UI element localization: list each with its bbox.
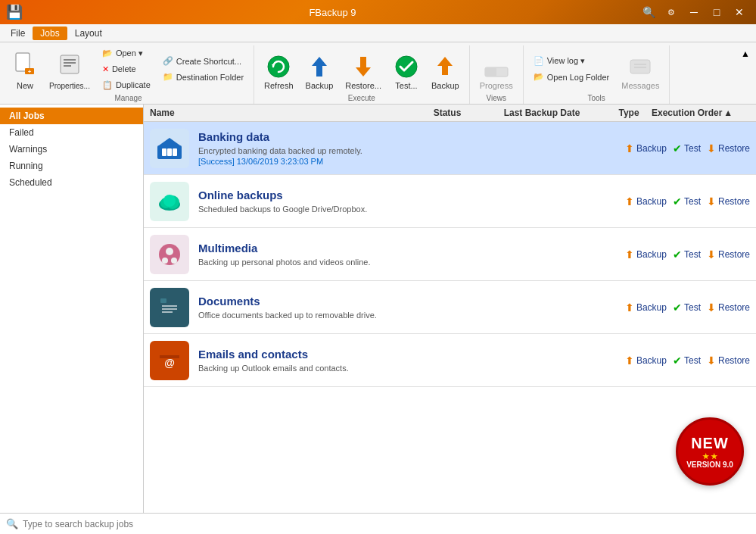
job-info-emails: Emails and contacts Backing up Outlook e…: [198, 348, 619, 373]
menu-jobs[interactable]: Jobs: [33, 27, 67, 40]
view-log-button[interactable]: 📄View log ▾: [528, 54, 615, 69]
duplicate-button[interactable]: 📋Duplicate: [97, 77, 156, 92]
job-row-online-backups[interactable]: Online backups Scheduled backups to Goog…: [144, 175, 756, 228]
tools-label: Tools: [587, 94, 605, 102]
new-badge-version: VERSION 9.0: [686, 461, 733, 469]
job-row-multimedia[interactable]: Multimedia Backing up personal photos an…: [144, 228, 756, 281]
menu-layout[interactable]: Layout: [67, 27, 110, 40]
open-button[interactable]: 📂Open ▾: [97, 45, 156, 61]
tools-small-buttons: 📄View log ▾ 📂Open Log Folder: [528, 45, 615, 92]
job-icon-multimedia: [150, 235, 189, 274]
maximize-window-button[interactable]: □: [706, 4, 727, 20]
job-actions-online: ⬆ Backup ✔ Test ⬇ Restore: [625, 195, 750, 208]
sidebar-item-running[interactable]: Running: [0, 158, 143, 174]
col-exec-header: Execution Order ▲: [652, 108, 750, 118]
manage-small-buttons2: 🔗Create Shortcut... 📁Destination Folder: [157, 45, 249, 92]
views-label: Views: [486, 94, 506, 102]
svg-point-33: [171, 258, 177, 264]
job-actions-multimedia: ⬆ Backup ✔ Test ⬇ Restore: [625, 248, 750, 261]
backup-arrow-icon: ⬆: [625, 142, 634, 155]
sidebar-item-failed[interactable]: Failed: [0, 124, 143, 141]
new-badge-stars: ★ ★: [702, 452, 718, 461]
restore-button[interactable]: Restore...: [340, 45, 387, 92]
create-shortcut-button[interactable]: 🔗Create Shortcut...: [157, 54, 249, 69]
sidebar-item-warnings[interactable]: Warnings: [0, 141, 143, 158]
job-icon-banking: [150, 129, 189, 168]
close-window-button[interactable]: ✕: [729, 4, 750, 20]
job-title-documents: Documents: [198, 295, 619, 308]
test-action-online[interactable]: ✔ Test: [673, 195, 701, 208]
content-area: Name Status Last Backup Date Type Execut…: [144, 105, 756, 513]
svg-text:@: @: [164, 357, 175, 369]
backup-action-online[interactable]: ⬆ Backup: [625, 195, 667, 208]
destination-folder-button[interactable]: 📁Destination Folder: [157, 70, 249, 85]
ribbon: + New Properties...: [0, 42, 756, 105]
search-input[interactable]: [23, 519, 750, 529]
new-badge-text: NEW: [691, 435, 729, 452]
tools-buttons: 📄View log ▾ 📂Open Log Folder Mes: [528, 45, 665, 92]
job-icon-documents: [150, 288, 189, 327]
ribbon-group-execute: Refresh Backup: [254, 45, 470, 104]
app-icon: 💾: [6, 4, 23, 20]
backup2-button[interactable]: Backup: [426, 45, 465, 92]
test-action-documents[interactable]: ✔ Test: [673, 301, 701, 314]
properties-button[interactable]: Properties...: [44, 45, 95, 92]
restore-action-banking[interactable]: ⬇ Restore: [707, 142, 750, 155]
backup-action-banking[interactable]: ⬆ Backup: [625, 142, 667, 155]
minimize-button[interactable]: 🔍: [638, 4, 659, 20]
svg-rect-25: [173, 148, 177, 156]
backup-action-multimedia[interactable]: ⬆ Backup: [625, 248, 667, 261]
job-info-banking: Banking data Encrypted banking data back…: [198, 130, 619, 166]
open-log-folder-button[interactable]: 📂Open Log Folder: [528, 70, 615, 85]
test-action-banking[interactable]: ✔ Test: [673, 142, 701, 155]
job-info-documents: Documents Office documents backed up to …: [198, 295, 619, 320]
settings-button[interactable]: ⚙: [661, 4, 682, 20]
restore-action-documents[interactable]: ⬇ Restore: [707, 301, 750, 314]
sidebar: All Jobs Failed Warnings Running Schedul…: [0, 105, 144, 513]
job-actions-banking: ⬆ Backup ✔ Test ⬇ Restore: [625, 142, 750, 155]
execute-buttons: Refresh Backup: [259, 45, 465, 92]
progress-button[interactable]: Progress: [474, 45, 518, 92]
backup-action-emails[interactable]: ⬆ Backup: [625, 354, 667, 367]
menu-file[interactable]: File: [3, 27, 33, 40]
test-button[interactable]: Test...: [388, 45, 425, 92]
new-button[interactable]: + New: [8, 45, 42, 92]
job-row-emails[interactable]: @ Emails and contacts Backing up Outlook…: [144, 334, 756, 387]
job-row-documents[interactable]: Documents Office documents backed up to …: [144, 281, 756, 334]
sort-icon: ▲: [723, 108, 733, 118]
title-bar-title: FBackup 9: [27, 7, 638, 18]
restore-action-multimedia[interactable]: ⬇ Restore: [707, 248, 750, 261]
refresh-button[interactable]: Refresh: [259, 45, 299, 92]
ribbon-collapse[interactable]: ▲: [738, 45, 753, 59]
test-check-icon-online: ✔: [673, 195, 682, 208]
window-controls: 🔍 ⚙ ─ □ ✕: [638, 4, 750, 20]
new-icon: +: [13, 52, 37, 80]
restore-action-emails[interactable]: ⬇ Restore: [707, 354, 750, 367]
ribbon-group-manage: + New Properties...: [3, 45, 254, 104]
svg-rect-24: [167, 148, 172, 156]
test-action-multimedia[interactable]: ✔ Test: [673, 248, 701, 261]
job-desc-documents: Office documents backed up to removable …: [198, 311, 619, 320]
col-status-header: Status: [417, 108, 478, 118]
sidebar-item-all-jobs[interactable]: All Jobs: [0, 108, 143, 124]
menu-bar: File Jobs Layout: [0, 24, 756, 42]
backup-arrow-icon-online: ⬆: [625, 195, 634, 208]
backup-button[interactable]: Backup: [300, 45, 339, 92]
job-icon-emails: @: [150, 341, 189, 380]
test-label: Test: [684, 143, 701, 154]
delete-button[interactable]: ✕Delete: [97, 61, 156, 77]
test-action-emails[interactable]: ✔ Test: [673, 354, 701, 367]
backup-action-documents[interactable]: ⬆ Backup: [625, 301, 667, 314]
job-success-banking: [Success] 13/06/2019 3:23:03 PM: [198, 157, 619, 166]
messages-button[interactable]: Messages: [616, 45, 664, 92]
search-icon: 🔍: [6, 518, 18, 529]
search-bar: 🔍: [0, 513, 756, 534]
job-row-banking[interactable]: Banking data Encrypted banking data back…: [144, 122, 756, 175]
restore-action-online[interactable]: ⬇ Restore: [707, 195, 750, 208]
minimize-window-button[interactable]: ─: [683, 4, 705, 20]
test-check-icon: ✔: [673, 142, 682, 155]
refresh-icon: [266, 54, 291, 81]
restore-arrow-icon-online: ⬇: [707, 195, 716, 208]
sidebar-item-scheduled[interactable]: Scheduled: [0, 174, 143, 191]
svg-rect-18: [630, 60, 650, 73]
